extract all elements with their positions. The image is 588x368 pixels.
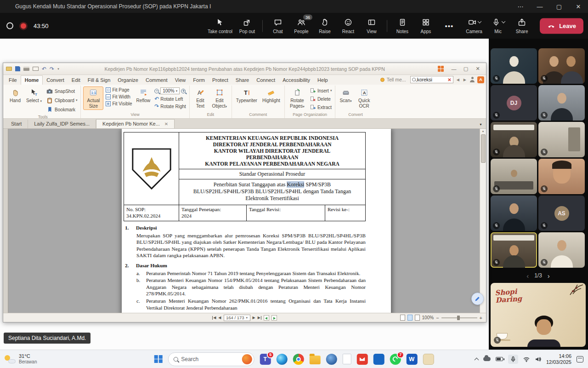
edit-text-button[interactable]: A Edit Text xyxy=(192,86,209,110)
scan-button[interactable]: Scan▾ xyxy=(338,86,353,105)
taskbar-app-document[interactable] xyxy=(342,354,351,364)
participant-video[interactable] xyxy=(491,48,537,84)
tray-mic-icon[interactable] xyxy=(508,355,518,364)
participant-video[interactable] xyxy=(491,196,537,231)
wifi-icon[interactable] xyxy=(523,356,530,362)
fit-visible-button[interactable]: Fit Visible xyxy=(105,101,133,107)
rotate-pages-button[interactable]: Rotate Pages▾ xyxy=(287,86,307,110)
fit-page-button[interactable]: Fit Page xyxy=(105,87,133,93)
camera-chevron-icon[interactable] xyxy=(477,19,481,23)
leave-button[interactable]: Leave xyxy=(540,18,583,34)
participant-video[interactable] xyxy=(538,232,585,268)
bookmark-button[interactable]: Bookmark xyxy=(45,105,78,114)
tab-fill-sign[interactable]: Fill & Sign xyxy=(84,76,114,85)
account-avatar[interactable]: A xyxy=(477,76,484,83)
close-tab-icon[interactable]: ✕ xyxy=(164,121,168,126)
participant-video[interactable] xyxy=(538,159,585,194)
tell-me-label[interactable]: Tell me... xyxy=(387,77,406,82)
print-icon[interactable] xyxy=(23,67,29,71)
raise-hand-button[interactable]: Raise xyxy=(313,17,336,35)
window-minimize-icon[interactable]: — xyxy=(530,0,549,13)
taskbar-app-file-explorer[interactable] xyxy=(309,356,320,364)
foxit-grid-icon[interactable] xyxy=(438,66,444,72)
tab-file[interactable]: File xyxy=(5,76,21,85)
participant-initials-tile[interactable]: AS xyxy=(538,196,585,231)
participant-initials-tile[interactable]: DJ xyxy=(491,85,537,121)
continuous-view-icon[interactable] xyxy=(415,315,420,321)
pop-out-button[interactable]: Pop out xyxy=(236,17,259,35)
status-zoom-out-icon[interactable]: − xyxy=(436,315,439,321)
doc-tab-kepdirjen[interactable]: Kepdirjen Pb Nomor Ke...✕ xyxy=(96,119,175,128)
taskbar-app-teams[interactable]: T5 xyxy=(260,354,271,365)
fit-width-button[interactable]: Fit Width xyxy=(105,94,133,100)
onedrive-icon[interactable] xyxy=(483,357,491,361)
window-more-icon[interactable]: ⋯ xyxy=(511,0,530,13)
tab-accessibility[interactable]: Accessibility xyxy=(279,76,314,85)
scrollbar-thumb[interactable] xyxy=(481,134,486,163)
previous-view-button[interactable] xyxy=(264,315,269,321)
delete-pages-button[interactable]: Delete xyxy=(309,95,333,103)
quick-ocr-button[interactable]: A Quick OCR xyxy=(355,86,373,110)
mic-button[interactable]: Mic xyxy=(486,17,509,35)
document-search-input[interactable]: koreksi ✕ xyxy=(410,76,453,83)
volume-icon[interactable] xyxy=(535,356,541,362)
redo-icon[interactable]: ↷ xyxy=(50,66,54,72)
foxit-minimize-icon[interactable]: — xyxy=(448,65,459,73)
taskbar-app-whatsapp[interactable]: 7 xyxy=(390,354,401,365)
hidden-icons-chevron[interactable] xyxy=(474,357,479,362)
undo-icon[interactable]: ↶ xyxy=(42,66,46,72)
zoom-out-icon[interactable] xyxy=(154,89,159,93)
mic-chevron-icon[interactable] xyxy=(501,19,505,23)
single-page-view-icon[interactable] xyxy=(400,315,405,321)
zoom-value-box[interactable]: 100%▾ xyxy=(160,87,180,94)
navigation-panel-strip[interactable] xyxy=(3,129,8,313)
actual-size-button[interactable]: 1:1 Actual Size xyxy=(83,86,103,110)
battery-icon[interactable] xyxy=(496,357,503,361)
taskbar-search-input[interactable]: Search xyxy=(168,352,254,366)
doc-tab-start[interactable]: Start xyxy=(5,120,28,128)
email-icon[interactable] xyxy=(33,67,39,71)
camera-button[interactable]: Camera xyxy=(463,17,486,35)
active-speaker-video[interactable] xyxy=(491,232,537,268)
taskbar-app-chrome[interactable] xyxy=(293,354,304,365)
insert-pages-button[interactable]: Insert▾ xyxy=(309,87,333,94)
doc-tab-laily[interactable]: Laily Zulfa_IDP Semes... xyxy=(28,120,96,128)
tab-edit[interactable]: Edit xyxy=(68,76,84,85)
window-close-icon[interactable]: ✕ xyxy=(569,0,588,13)
next-view-button[interactable] xyxy=(271,315,277,321)
tab-form[interactable]: Form xyxy=(189,76,209,85)
tab-organize[interactable]: Organize xyxy=(114,76,142,85)
user-icon[interactable] xyxy=(469,77,475,82)
save-icon[interactable] xyxy=(15,66,20,71)
tab-convert[interactable]: Convert xyxy=(43,76,68,85)
vertical-scrollbar[interactable]: ▲ xyxy=(480,129,486,313)
react-button[interactable]: React xyxy=(337,17,360,35)
tab-list-icon[interactable]: ▼ xyxy=(479,123,482,126)
rotate-right-button[interactable]: ↷Rotate Right xyxy=(153,103,187,109)
taskbar-clock[interactable]: 14:06 12/03/2025 xyxy=(546,353,571,365)
facing-page-view-icon[interactable] xyxy=(407,315,413,321)
participant-video[interactable] xyxy=(538,48,585,84)
notes-button[interactable]: Notes xyxy=(391,17,414,35)
participant-video[interactable] xyxy=(538,85,585,121)
foxit-restore-icon[interactable]: ▢ xyxy=(460,65,471,73)
taskbar-app-notes[interactable] xyxy=(423,354,434,365)
zoom-in-icon[interactable] xyxy=(181,89,186,93)
start-button[interactable] xyxy=(154,355,163,363)
extract-pages-button[interactable]: Extract xyxy=(309,104,333,111)
zoom-slider-thumb[interactable] xyxy=(457,316,460,320)
tab-comment[interactable]: Comment xyxy=(142,76,171,85)
chat-button[interactable]: Chat xyxy=(266,17,289,35)
reflow-button[interactable]: Reflow xyxy=(135,86,153,105)
next-page-button[interactable]: ▶ xyxy=(253,316,255,320)
self-video-tile[interactable]: Shopi Daring xyxy=(491,283,586,347)
gallery-next-icon[interactable]: › xyxy=(548,272,550,279)
taskbar-app-mail[interactable] xyxy=(356,354,368,365)
status-zoom-in-icon[interactable]: + xyxy=(480,315,482,321)
gallery-prev-icon[interactable]: ‹ xyxy=(526,272,529,279)
participant-video[interactable] xyxy=(491,122,537,157)
scroll-up-icon[interactable]: ▲ xyxy=(482,129,485,133)
tab-view[interactable]: View xyxy=(171,76,190,85)
find-previous-icon[interactable]: ◀ xyxy=(456,78,460,82)
taskbar-app-word[interactable]: W xyxy=(406,354,417,365)
